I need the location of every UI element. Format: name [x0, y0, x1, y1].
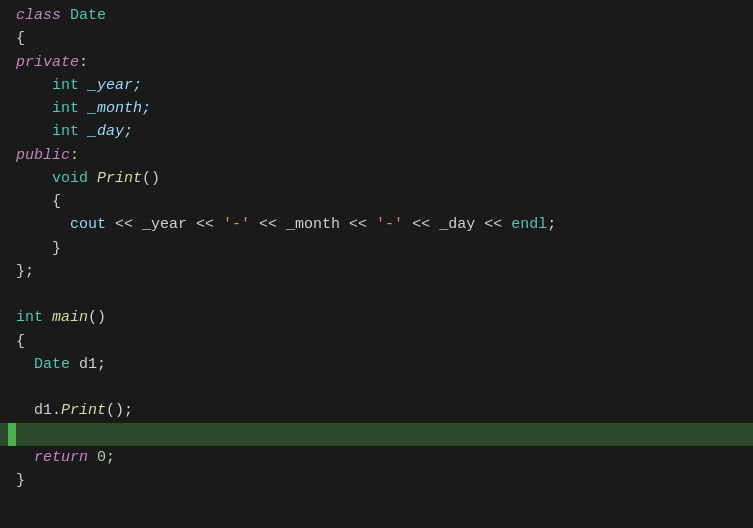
- line-content: return 0;: [16, 446, 745, 469]
- line-gutter: [8, 469, 16, 492]
- line-gutter: [8, 260, 16, 283]
- code-line: return 0;: [0, 446, 753, 469]
- code-line: Date d1;: [0, 353, 753, 376]
- line-content: {: [16, 27, 745, 50]
- line-gutter: [8, 213, 16, 236]
- code-line: int _month;: [0, 97, 753, 120]
- line-content: cout << _year << '-' << _month << '-' <<…: [16, 213, 745, 236]
- line-content: int _year;: [16, 74, 745, 97]
- code-line: {: [0, 27, 753, 50]
- code-line: cout << _year << '-' << _month << '-' <<…: [0, 213, 753, 236]
- line-content: Date d1;: [16, 353, 745, 376]
- line-gutter: [8, 399, 16, 422]
- line-content: void Print(): [16, 167, 745, 190]
- line-gutter: [8, 97, 16, 120]
- line-content: {: [16, 330, 745, 353]
- line-gutter: [8, 423, 16, 446]
- line-gutter: [8, 167, 16, 190]
- line-content: int _day;: [16, 120, 745, 143]
- line-content: }: [16, 469, 745, 492]
- line-gutter: [8, 190, 16, 213]
- line-content: public:: [16, 144, 745, 167]
- line-content: };: [16, 260, 745, 283]
- code-line: {: [0, 190, 753, 213]
- code-line: int _day;: [0, 120, 753, 143]
- line-content: {: [16, 190, 745, 213]
- line-content: int _month;: [16, 97, 745, 120]
- line-gutter: [8, 4, 16, 27]
- line-gutter: [8, 446, 16, 469]
- code-line: void Print(): [0, 167, 753, 190]
- code-editor: class Date { private: int _year; int _mo…: [0, 0, 753, 528]
- code-line: private:: [0, 51, 753, 74]
- code-line: }: [0, 237, 753, 260]
- line-gutter: [8, 74, 16, 97]
- line-gutter: [8, 330, 16, 353]
- code-line: [0, 423, 753, 446]
- line-content: class Date: [16, 4, 745, 27]
- code-line: int _year;: [0, 74, 753, 97]
- code-line: [0, 376, 753, 399]
- code-line: };: [0, 260, 753, 283]
- line-gutter: [8, 237, 16, 260]
- line-gutter: [8, 144, 16, 167]
- code-line: [0, 283, 753, 306]
- line-gutter: [8, 120, 16, 143]
- code-line: int main(): [0, 306, 753, 329]
- line-content: }: [16, 237, 745, 260]
- line-content: private:: [16, 51, 745, 74]
- code-line: }: [0, 469, 753, 492]
- line-content: d1.Print();: [16, 399, 745, 422]
- line-gutter: [8, 376, 16, 399]
- line-gutter: [8, 27, 16, 50]
- line-content: int main(): [16, 306, 745, 329]
- code-line: public:: [0, 144, 753, 167]
- line-gutter: [8, 353, 16, 376]
- line-gutter: [8, 306, 16, 329]
- code-line: class Date: [0, 4, 753, 27]
- line-gutter: [8, 283, 16, 306]
- code-line: {: [0, 330, 753, 353]
- code-line: d1.Print();: [0, 399, 753, 422]
- line-gutter: [8, 51, 16, 74]
